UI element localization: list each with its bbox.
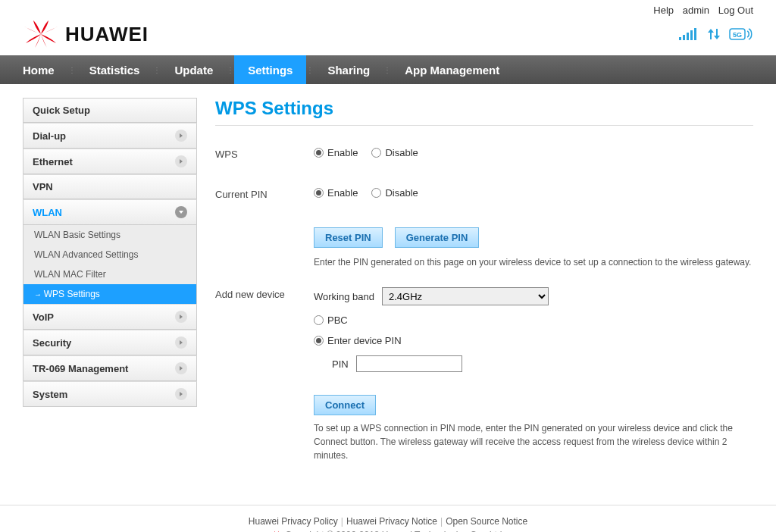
svg-rect-0 [679, 37, 681, 40]
reset-pin-button[interactable]: Reset PIN [314, 227, 383, 248]
enable-label: Enable [327, 147, 358, 158]
sidebar-item-vpn[interactable]: VPN [23, 174, 197, 199]
chevron-right-icon [175, 336, 187, 349]
nav-settings[interactable]: Settings [234, 55, 306, 84]
chevron-down-icon [175, 206, 187, 218]
enter-pin-label: Enter device PIN [327, 335, 402, 346]
sidebar-subitem-wlan-basic-settings[interactable]: WLAN Basic Settings [23, 225, 196, 245]
enter-pin-radio[interactable]: Enter device PIN [314, 335, 402, 346]
sidebar-item-label: WLAN [33, 207, 62, 218]
footer-separator: | [440, 516, 443, 527]
connect-button[interactable]: Connect [314, 395, 376, 415]
current-pin-radio-group: Enable Disable [314, 187, 753, 199]
signal-bars-icon [679, 27, 699, 42]
curpin-enable-radio[interactable]: Enable [314, 187, 358, 199]
current-pin-label: Current PIN [215, 187, 314, 200]
add-device-label: Add new device [215, 287, 314, 300]
pin-input[interactable] [356, 355, 462, 372]
sidebar-item-label: Ethernet [33, 156, 73, 167]
disable-label: Disable [385, 147, 418, 158]
brand-logo: HUAWEI [23, 19, 149, 49]
working-band-select[interactable]: 2.4GHz [382, 287, 549, 305]
sidebar-item-wlan[interactable]: WLAN [23, 199, 197, 225]
main-content: WPS Settings WPS Enable Disable Current … [215, 98, 753, 490]
sidebar: Quick SetupDial-upEthernetVPNWLANWLAN Ba… [23, 98, 197, 490]
wps-label: WPS [215, 147, 314, 160]
pin-hint-text: Enter the PIN generated on this page on … [314, 255, 753, 269]
sidebar-item-label: Dial-up [33, 130, 66, 142]
chevron-right-icon [175, 362, 187, 374]
footer-link-huawei-privacy-policy[interactable]: Huawei Privacy Policy [249, 516, 338, 527]
sidebar-item-voip[interactable]: VoIP [23, 304, 197, 330]
svg-text:5G: 5G [733, 31, 742, 39]
5g-wifi-icon: 5G [729, 27, 753, 42]
pbc-label: PBC [327, 315, 348, 326]
disable-label: Disable [385, 187, 418, 199]
nav-sharing[interactable]: Sharing [314, 55, 383, 84]
sidebar-item-dial-up[interactable]: Dial-up [23, 123, 197, 149]
nav-statistics[interactable]: Statistics [76, 55, 154, 84]
svg-rect-2 [687, 33, 689, 40]
brand-text: HUAWEI [65, 23, 149, 46]
pbc-radio[interactable]: PBC [314, 315, 348, 326]
svg-rect-4 [694, 28, 696, 40]
nav-separator: ⋮ [68, 66, 76, 74]
nav-update[interactable]: Update [161, 55, 227, 84]
wps-radio-group: Enable Disable [314, 147, 753, 158]
nav-separator: ⋮ [153, 66, 161, 74]
sidebar-item-label: VoIP [33, 311, 54, 323]
nav-home[interactable]: Home [9, 55, 68, 84]
connect-hint-text: To set up a WPS connection in PIN mode, … [314, 421, 753, 462]
footer-link-open-source-notice[interactable]: Open Source Notice [446, 516, 527, 527]
footer: Huawei Privacy Policy|Huawei Privacy Not… [0, 505, 776, 532]
sidebar-item-label: TR-069 Management [33, 363, 128, 374]
nav-separator: ⋮ [227, 66, 234, 74]
wps-disable-radio[interactable]: Disable [371, 147, 418, 158]
updown-arrows-icon [706, 27, 721, 42]
svg-rect-3 [690, 30, 693, 40]
sidebar-item-ethernet[interactable]: Ethernet [23, 149, 197, 174]
footer-separator: | [341, 516, 343, 527]
working-band-label: Working band [314, 291, 374, 302]
nav-app-management[interactable]: App Management [391, 55, 513, 84]
sidebar-item-system[interactable]: System [23, 381, 197, 407]
sidebar-item-quick-setup[interactable]: Quick Setup [23, 98, 197, 123]
huawei-flower-icon [23, 19, 59, 49]
page-title: WPS Settings [215, 98, 753, 126]
curpin-disable-radio[interactable]: Disable [371, 187, 418, 199]
topbar: Help admin Log Out [0, 0, 776, 19]
chevron-right-icon [175, 130, 187, 142]
footer-link-huawei-privacy-notice[interactable]: Huawei Privacy Notice [346, 516, 437, 527]
sidebar-sublist: WLAN Basic SettingsWLAN Advanced Setting… [23, 225, 197, 304]
nav-separator: ⋮ [383, 66, 391, 74]
chevron-right-icon [175, 311, 187, 323]
sidebar-item-security[interactable]: Security [23, 330, 197, 355]
wps-enable-radio[interactable]: Enable [314, 147, 358, 158]
status-icons: 5G [679, 27, 753, 42]
nav-separator: ⋮ [306, 66, 314, 74]
main-nav: Home⋮Statistics⋮Update⋮Settings⋮Sharing⋮… [0, 55, 776, 84]
sidebar-item-label: System [33, 389, 67, 400]
sidebar-item-label: Quick Setup [33, 105, 90, 116]
sidebar-subitem-wps-settings[interactable]: WPS Settings [23, 284, 196, 304]
user-link[interactable]: admin [683, 5, 709, 16]
enable-label: Enable [327, 187, 358, 199]
pin-field-label: PIN [332, 358, 349, 370]
sidebar-subitem-wlan-mac-filter[interactable]: WLAN MAC Filter [23, 264, 196, 284]
sidebar-item-label: VPN [33, 181, 53, 192]
sidebar-item-label: Security [33, 337, 71, 349]
svg-rect-1 [683, 35, 685, 40]
chevron-right-icon [175, 155, 187, 167]
help-link[interactable]: Help [653, 5, 674, 16]
logout-link[interactable]: Log Out [718, 5, 753, 16]
sidebar-item-tr-069-management[interactable]: TR-069 Management [23, 355, 197, 381]
chevron-right-icon [175, 388, 187, 400]
generate-pin-button[interactable]: Generate PIN [395, 227, 480, 248]
sidebar-subitem-wlan-advanced-settings[interactable]: WLAN Advanced Settings [23, 245, 196, 264]
